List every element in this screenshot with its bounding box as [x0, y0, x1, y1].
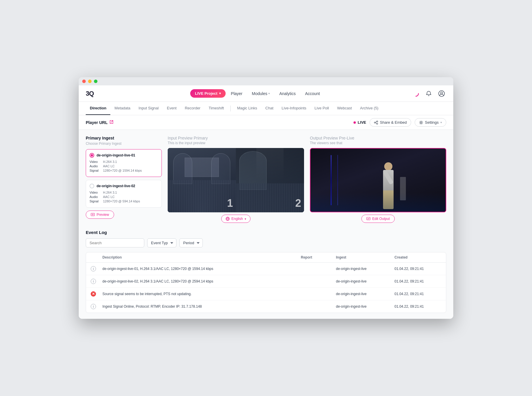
crowd-1 [168, 180, 236, 212]
user-icon[interactable] [437, 89, 446, 98]
event-row: ✕ Source signal seems to be interrupted,… [86, 288, 446, 300]
notification-icon[interactable] [424, 89, 433, 98]
loading-icon[interactable] [411, 89, 421, 98]
radio-active-1 [90, 153, 94, 158]
tab-direction[interactable]: Direction [86, 102, 110, 115]
ingest-detail-audio-2: Audio AAC LC [90, 195, 158, 199]
ingest-detail-signal-2: Signal 1280×720 @ 594.14 kbps [90, 199, 158, 203]
tab-timeshift[interactable]: Timeshift [205, 102, 228, 115]
event-log-title: Event Log [86, 230, 446, 235]
input-preview-video: 1 2 [168, 148, 304, 212]
ingest-name-1: de-origin-ingest-live-01 [97, 153, 135, 157]
output-preview-panel: Output Preview Pre-Live The viewers see … [310, 136, 446, 223]
head [384, 162, 392, 171]
video-panel-2: 2 [236, 148, 304, 212]
svg-point-4 [374, 122, 375, 123]
svg-point-3 [377, 121, 378, 122]
main-window: 3Q LIVE Project Player Modules Analytics… [79, 77, 453, 319]
tab-bar: Direction Metadata Input Signal Event Re… [79, 102, 453, 115]
event-log-section: Event Log Event Typ Period Description R… [86, 230, 446, 313]
tab-event[interactable]: Event [163, 102, 181, 115]
external-link-icon[interactable] [109, 120, 114, 125]
ingest-detail-video-1: Video H.264 3.1 [90, 160, 158, 163]
video-num-1: 1 [227, 197, 233, 209]
stage-light-beam [256, 148, 284, 180]
projection-screen [185, 158, 219, 177]
preview-button[interactable]: Preview [86, 211, 114, 219]
crowd-2 [236, 183, 304, 212]
event-table-header: Description Report Ingest Created [86, 252, 446, 263]
nav-center: LIVE Project Player Modules Analytics Ac… [103, 89, 411, 98]
edit-output-button[interactable]: Edit Output [361, 215, 395, 223]
output-preview-title: Output Preview Pre-Live [310, 136, 446, 140]
floor-light [310, 193, 446, 212]
event-row: i de-origin-ingest-live-02, H.264 3.1/AA… [86, 275, 446, 288]
nav-account[interactable]: Account [301, 89, 324, 98]
top-section: Primary Ingest Choose Primary Ingest de-… [86, 136, 446, 223]
input-preview-subtitle: This is the input preview [168, 141, 304, 145]
event-row: i Ingest Signal Online, Protocol: RTMP, … [86, 300, 446, 313]
tab-live-poll[interactable]: Live Poll [310, 102, 333, 115]
info-icon: i [91, 266, 96, 271]
radio-inactive-2 [90, 184, 94, 188]
svg-rect-7 [91, 213, 95, 216]
primary-ingest-title: Primary Ingest [86, 136, 162, 140]
nav-player[interactable]: Player [227, 89, 247, 98]
live-badge: LIVE [353, 120, 366, 125]
main-content: Primary Ingest Choose Primary Ingest de-… [79, 130, 453, 319]
ingest-name-2: de-origin-ingest-live-02 [97, 184, 135, 188]
tab-live-infopoints[interactable]: Live-Infopoints [277, 102, 310, 115]
player-url-actions: LIVE Share & Embed Settings [353, 118, 446, 127]
event-type-filter[interactable]: Event Typ [147, 238, 176, 247]
player-url-bar: Player URL LIVE Share & Embed [79, 115, 453, 130]
event-log-table: Description Report Ingest Created i de-o… [86, 252, 446, 313]
svg-point-0 [413, 91, 418, 96]
nav-live-project[interactable]: LIVE Project [190, 89, 226, 98]
maximize-btn[interactable] [94, 80, 97, 83]
share-embed-button[interactable]: Share & Embed [370, 118, 411, 127]
tab-magic-links[interactable]: Magic Links [233, 102, 261, 115]
tab-metadata[interactable]: Metadata [110, 102, 134, 115]
nav-modules[interactable]: Modules [248, 89, 274, 98]
info-icon: i [91, 304, 96, 309]
video-panel-1: 1 [168, 148, 236, 212]
period-filter[interactable]: Period [179, 238, 203, 247]
tab-webcast[interactable]: Webcast [333, 102, 356, 115]
output-preview-video [310, 148, 446, 212]
titlebar [79, 77, 453, 85]
svg-point-5 [377, 123, 378, 124]
tab-recorder[interactable]: Recorder [181, 102, 204, 115]
ingest-card-1[interactable]: de-origin-ingest-live-01 Video H.264 3.1… [86, 149, 162, 177]
search-input[interactable] [86, 238, 144, 247]
language-button[interactable]: English [221, 215, 250, 223]
error-icon: ✕ [91, 291, 96, 297]
primary-ingest-subtitle: Choose Primary Ingest [86, 142, 162, 146]
minimize-btn[interactable] [88, 80, 92, 83]
settings-button[interactable]: Settings [415, 118, 446, 127]
ingest-detail-audio-1: Audio AAC LC [90, 164, 158, 168]
tab-divider [230, 106, 231, 111]
ingest-card-1-header: de-origin-ingest-live-01 [90, 153, 158, 158]
live-dot [353, 121, 356, 124]
input-preview-inner: 1 2 [168, 148, 304, 212]
info-icon: i [91, 279, 96, 284]
event-log-filters: Event Typ Period [86, 238, 446, 247]
video-num-2: 2 [295, 197, 301, 209]
output-preview-subtitle: The viewers see that [310, 141, 446, 145]
event-row: i de-origin-ingest-live-01, H.264 3.1/AA… [86, 263, 446, 275]
close-btn[interactable] [82, 80, 86, 83]
tab-archive[interactable]: Archive (5) [356, 102, 382, 115]
svg-point-6 [421, 122, 422, 123]
nav-analytics[interactable]: Analytics [275, 89, 300, 98]
svg-point-2 [441, 92, 443, 94]
primary-ingest-panel: Primary Ingest Choose Primary Ingest de-… [86, 136, 162, 223]
tab-chat[interactable]: Chat [261, 102, 277, 115]
logo: 3Q [86, 90, 94, 97]
svg-point-8 [92, 214, 93, 215]
ingest-detail-video-2: Video H.264 3.1 [90, 191, 158, 194]
tab-input-signal[interactable]: Input Signal [135, 102, 163, 115]
ingest-card-2[interactable]: de-origin-ingest-live-02 Video H.264 3.1… [86, 180, 162, 208]
output-preview-inner [310, 149, 446, 212]
svg-rect-10 [367, 217, 370, 220]
input-preview-title: Input Preview Primary [168, 136, 304, 140]
